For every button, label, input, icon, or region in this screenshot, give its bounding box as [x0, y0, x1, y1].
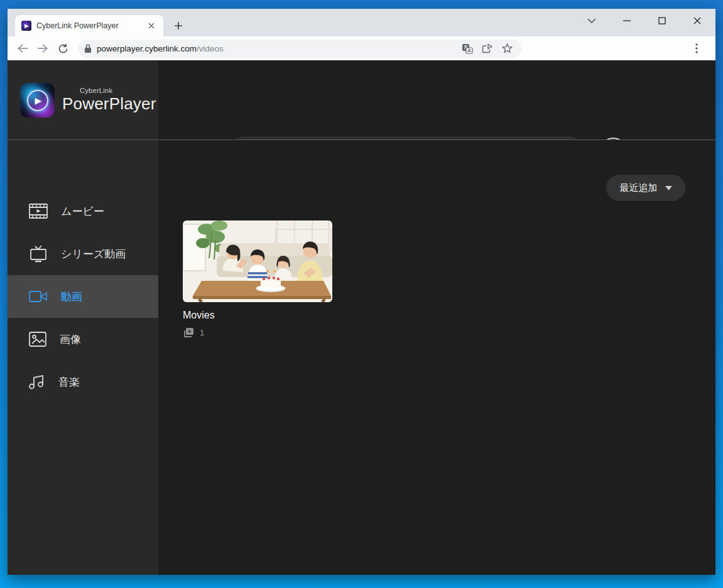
- reload-icon[interactable]: [54, 40, 72, 57]
- film-strip-icon: [28, 202, 48, 220]
- sidebar-menu: ムービー シリーズ動画 動画: [8, 190, 158, 403]
- window-minimize-button[interactable]: [617, 13, 636, 29]
- music-note-icon: [28, 373, 46, 391]
- sidebar-item-label: 音楽: [58, 375, 80, 389]
- video-library-icon: [183, 327, 195, 339]
- new-tab-button[interactable]: [170, 17, 187, 35]
- browser-toolbar: powerplayer.cyberlink.com/videos: [8, 36, 715, 60]
- translate-icon[interactable]: [462, 43, 473, 54]
- window-close-button[interactable]: [688, 13, 707, 29]
- url-path: /videos: [197, 44, 224, 53]
- address-bar[interactable]: powerplayer.cyberlink.com/videos: [78, 40, 521, 58]
- sidebar-item-label: ムービー: [61, 204, 104, 219]
- sidebar-item-photos[interactable]: 画像: [8, 318, 158, 361]
- sidebar-item-music[interactable]: 音楽: [8, 361, 158, 403]
- powerplayer-favicon: ▶: [21, 21, 31, 31]
- sidebar-item-videos[interactable]: 動画: [8, 275, 158, 318]
- powerplayer-app: ▶ CyberLink PowerPlayer ムービー: [8, 60, 715, 575]
- tab-close-icon[interactable]: [146, 20, 157, 31]
- window-maximize-button[interactable]: [653, 13, 671, 29]
- sort-dropdown[interactable]: 最近追加: [606, 175, 685, 201]
- sort-caret-down-icon: [665, 186, 672, 190]
- share-icon[interactable]: [482, 43, 493, 53]
- browser-tab[interactable]: ▶ CyberLink PowerPlayer: [15, 15, 163, 36]
- sidebar-item-label: シリーズ動画: [61, 247, 126, 261]
- sidebar: ▶ CyberLink PowerPlayer ムービー: [8, 60, 158, 575]
- browser-tabstrip: ▶ CyberLink PowerPlayer: [8, 9, 715, 36]
- folder-count: 1: [183, 327, 332, 339]
- folder-title: Movies: [183, 310, 332, 321]
- browser-window: ▶ CyberLink PowerPlayer: [8, 9, 715, 575]
- sidebar-item-movies[interactable]: ムービー: [8, 190, 158, 232]
- sidebar-item-series[interactable]: シリーズ動画: [8, 232, 158, 275]
- sidebar-item-label: 動画: [61, 290, 82, 304]
- video-folder-card[interactable]: Movies 1: [183, 220, 332, 339]
- tab-title: CyberLink PowerPlayer: [36, 21, 141, 30]
- content-area: 最近追加: [158, 140, 715, 575]
- bookmark-star-icon[interactable]: [502, 43, 513, 53]
- forward-icon[interactable]: [34, 40, 52, 57]
- url-host: powerplayer.cyberlink.com: [97, 44, 197, 53]
- tv-icon: [28, 245, 48, 263]
- brand-cyberlink: CyberLink: [80, 87, 156, 94]
- back-icon[interactable]: [14, 40, 31, 57]
- brand-powerplayer: PowerPlayer: [62, 94, 156, 114]
- image-icon: [28, 331, 47, 347]
- sort-label: 最近追加: [620, 182, 658, 194]
- powerplayer-logo-icon: ▶: [20, 83, 55, 117]
- folder-thumbnail[interactable]: [183, 220, 332, 302]
- lock-icon: [84, 44, 92, 53]
- sidebar-item-label: 画像: [60, 332, 81, 347]
- video-camera-icon: [28, 289, 48, 304]
- url-text: powerplayer.cyberlink.com/videos: [97, 44, 457, 53]
- tab-search-chevron-icon[interactable]: [582, 13, 601, 29]
- app-logo: ▶ CyberLink PowerPlayer: [20, 83, 156, 117]
- browser-menu-icon[interactable]: [688, 40, 705, 57]
- folder-count-value: 1: [200, 328, 204, 337]
